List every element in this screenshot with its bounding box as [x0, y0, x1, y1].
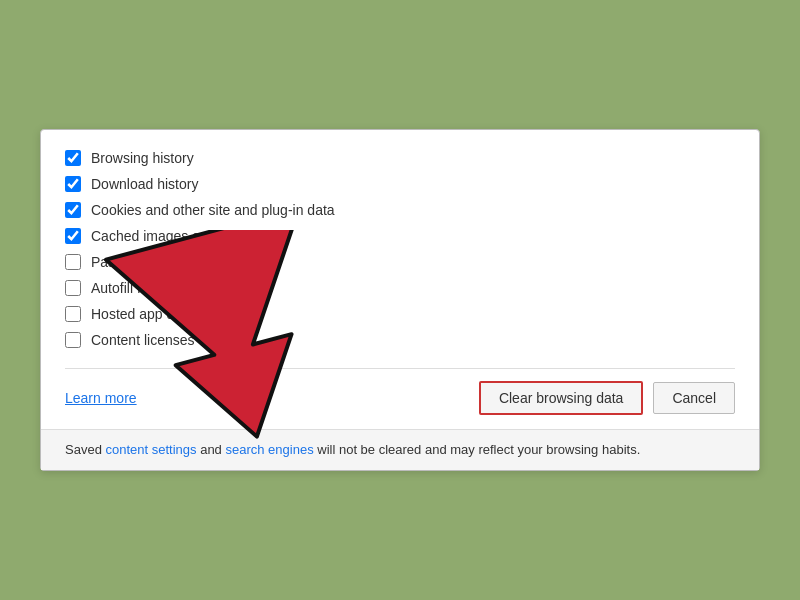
- label-download-history[interactable]: Download history: [91, 176, 198, 192]
- checkbox-item-hosted-app: Hosted app data: [65, 306, 735, 322]
- bottom-note-middle: and: [197, 442, 226, 457]
- checkbox-autofill[interactable]: [65, 280, 81, 296]
- clear-browsing-data-button[interactable]: Clear browsing data: [479, 381, 644, 415]
- content-settings-link[interactable]: content settings: [105, 442, 196, 457]
- footer-actions: Learn more Clear browsing data Cancel: [65, 381, 735, 415]
- label-content-licenses[interactable]: Content licenses: [91, 332, 195, 348]
- checkbox-item-cached-images: Cached images and files: [65, 228, 735, 244]
- checkbox-list: Browsing history Download history Cookie…: [65, 150, 735, 348]
- checkbox-item-content-licenses: Content licenses: [65, 332, 735, 348]
- checkbox-browsing-history[interactable]: [65, 150, 81, 166]
- checkbox-hosted-app[interactable]: [65, 306, 81, 322]
- action-buttons: Clear browsing data Cancel: [479, 381, 735, 415]
- bottom-note-suffix: will not be cleared and may reflect your…: [314, 442, 641, 457]
- search-engines-link[interactable]: search engines: [225, 442, 313, 457]
- bottom-note-prefix: Saved: [65, 442, 105, 457]
- learn-more-link[interactable]: Learn more: [65, 390, 137, 406]
- label-hosted-app[interactable]: Hosted app data: [91, 306, 194, 322]
- label-browsing-history[interactable]: Browsing history: [91, 150, 194, 166]
- checkbox-item-download-history: Download history: [65, 176, 735, 192]
- cancel-button[interactable]: Cancel: [653, 382, 735, 414]
- checkbox-item-cookies: Cookies and other site and plug-in data: [65, 202, 735, 218]
- clear-browsing-data-dialog: Browsing history Download history Cookie…: [40, 129, 760, 471]
- checkbox-cookies[interactable]: [65, 202, 81, 218]
- bottom-note: Saved content settings and search engine…: [41, 429, 759, 470]
- checkbox-cached-images[interactable]: [65, 228, 81, 244]
- label-passwords[interactable]: Passwords: [91, 254, 159, 270]
- checkbox-item-autofill: Autofill form data: [65, 280, 735, 296]
- checkbox-item-browsing-history: Browsing history: [65, 150, 735, 166]
- divider: [65, 368, 735, 369]
- label-cached-images[interactable]: Cached images and files: [91, 228, 244, 244]
- checkbox-passwords[interactable]: [65, 254, 81, 270]
- checkbox-content-licenses[interactable]: [65, 332, 81, 348]
- checkbox-download-history[interactable]: [65, 176, 81, 192]
- label-autofill[interactable]: Autofill form data: [91, 280, 196, 296]
- checkbox-item-passwords: Passwords: [65, 254, 735, 270]
- label-cookies[interactable]: Cookies and other site and plug-in data: [91, 202, 335, 218]
